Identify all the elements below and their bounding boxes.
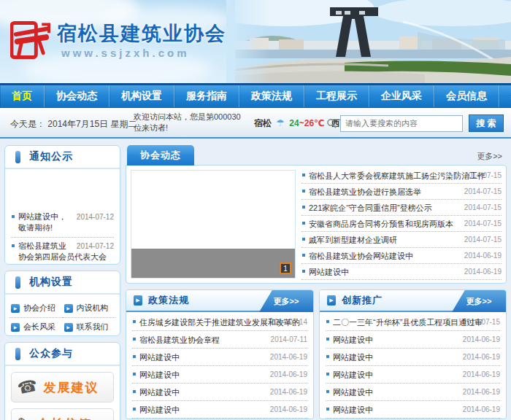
nav-item-service-guide[interactable]: 服务指南 (174, 85, 239, 107)
news-item[interactable]: 2014-06-19 宿松县建筑业协会网站建设中 (301, 248, 502, 264)
news-link[interactable]: 戚军到新型建材企业调研 (309, 236, 397, 244)
slideshow-page-indicator[interactable]: 1 (280, 262, 291, 274)
weather-city: 宿松 (254, 118, 272, 128)
notice-list: 2014-07-12 网站建设中，敬请期待! 2014-07-12 宿松县建筑业… (5, 169, 120, 262)
rain-weather-icon: ☂ (276, 117, 285, 128)
news-link[interactable]: 宿松县人大常委会视察建筑施工扬尘污染防治工作 (309, 171, 485, 180)
bullet-icon (326, 320, 329, 323)
news-date: 2014-07-15 (464, 187, 502, 197)
policy-item[interactable]: 2014-07-11 宿松县建筑业协会章程 (132, 331, 307, 349)
innovation-item[interactable]: 2014-06-19 网站建设中 (326, 331, 500, 349)
notice-item[interactable]: 2014-07-12 网站建设中，敬请期待! (11, 209, 114, 238)
policy-item[interactable]: 2014-06-19 网站建设中 (132, 384, 307, 401)
policy-link[interactable]: 网站建设中 (139, 353, 180, 362)
bullet-icon (12, 215, 15, 218)
notice-panel-header: 通知公示 (5, 146, 120, 169)
innovation-item[interactable]: 2014-06-19 网站建设中 (326, 349, 500, 366)
policy-item[interactable]: 2014-06-19 网站建设中 (132, 349, 307, 366)
org-link-president-profile[interactable]: ▶ 会长风采 (9, 318, 63, 336)
nav-item-projects[interactable]: 工程展示 (304, 85, 369, 107)
news-link[interactable]: 宿松县建筑业协会进行换届选举 (309, 187, 421, 196)
news-item[interactable]: 2014-07-15 221家皖企“守合同重信用”登榜公示 (301, 200, 502, 216)
policy-more-link[interactable]: 更多>> (259, 290, 313, 312)
policy-link[interactable]: 网站建设中 (139, 370, 180, 379)
news-link[interactable]: 安徽省商品房合同将分预售和现房两版本 (309, 219, 453, 228)
news-item[interactable]: 2014-07-15 戚军到新型建材企业调研 (301, 232, 502, 248)
bullet-icon (133, 390, 136, 393)
org-link-internal-departments[interactable]: ▶ 内设机构 (63, 299, 116, 318)
innovation-link[interactable]: 网站建设中 (333, 405, 373, 414)
notice-date: 2014-07-12 (77, 211, 114, 222)
development-suggestion-banner[interactable]: ☎ 发展建议 (11, 372, 114, 402)
nav-item-home[interactable]: 首页 (0, 85, 45, 107)
policy-date: 2014-06-19 (270, 387, 307, 397)
search-input[interactable] (340, 115, 463, 132)
news-item[interactable]: 2014-07-15 安徽省商品房合同将分预售和现房两版本 (301, 216, 502, 232)
org-link-association-intro[interactable]: ▶ 协会介绍 (9, 299, 63, 318)
president-mailbox-banner[interactable]: ✎ 会长信箱 (11, 408, 114, 420)
participation-banners: ☎ 发展建议 ✎ 会长信箱 (5, 366, 120, 420)
innovation-item[interactable]: 2014-06-19 网站建设中 (326, 384, 500, 401)
slideshow-caption-bar: 1 (131, 249, 295, 278)
innovation-more-link[interactable]: 更多>> (452, 290, 506, 312)
news-more-link[interactable]: 更多>> (477, 151, 502, 162)
bullet-icon (302, 174, 305, 176)
innovation-panel-title: 创新推广 (342, 294, 383, 307)
phone-icon: ☎ (16, 376, 39, 398)
search-icon (326, 118, 337, 128)
notice-link[interactable]: 网站建设中，敬请期待! (18, 212, 66, 232)
news-item[interactable]: 2014-06-19 网站建设中 (301, 264, 502, 280)
tab-association-news[interactable]: 协会动态 (127, 145, 194, 166)
innovation-link[interactable]: 网站建设中 (333, 353, 373, 362)
notice-item[interactable]: 2014-07-12 宿松县建筑业协会第四届会员代表大会暨换届选... (11, 238, 114, 262)
policy-link[interactable]: 住房城乡建设部关于推进建筑业发展和改革的 (139, 318, 300, 327)
innovation-link[interactable]: 二〇一三年“升华杯”县优质工程项目通过审 (333, 318, 483, 327)
bullet-icon (133, 373, 136, 376)
policy-item[interactable]: 2014-06-19 网站建设中 (132, 366, 307, 384)
policy-item[interactable]: 2014-06-19 网站建设中 (132, 401, 307, 419)
search-button[interactable]: 搜 索 (469, 114, 504, 132)
nav-item-association-news[interactable]: 协会动态 (45, 85, 110, 107)
header-photo (235, 0, 511, 83)
nav-item-enterprise[interactable]: 企业风采 (369, 85, 434, 107)
innovation-link[interactable]: 网站建设中 (333, 335, 373, 344)
nav-item-members[interactable]: 会员信息 (434, 85, 499, 107)
policy-link[interactable]: 网站建设中 (139, 388, 180, 397)
policy-link[interactable]: 网站建设中 (139, 405, 180, 414)
association-news-panel: 协会动态 更多>> 1 2014-07-15 宿松县人大常委会视察建筑施工扬尘污… (126, 145, 507, 284)
innovation-item[interactable]: 2014-06-19 网站建设中 (326, 401, 500, 419)
bullet-icon (326, 373, 329, 376)
org-link-label: 内设机构 (77, 303, 109, 314)
policy-link[interactable]: 宿松县建筑业协会章程 (139, 335, 220, 344)
news-link[interactable]: 221家皖企“守合同重信用”登榜公示 (309, 203, 432, 212)
news-image-slideshow[interactable]: 1 (131, 170, 296, 279)
policy-date: 2014-06-19 (270, 370, 307, 380)
innovation-link[interactable]: 网站建设中 (333, 388, 373, 397)
innovation-item[interactable]: 2014-07-15 二〇一三年“升华杯”县优质工程项目通过审 (326, 314, 500, 331)
news-link[interactable]: 网站建设中 (309, 268, 349, 276)
news-item[interactable]: 2014-07-15 宿松县建筑业协会进行换届选举 (301, 184, 502, 200)
news-date: 2014-07-15 (464, 219, 502, 229)
bullet-icon (326, 390, 329, 393)
association-seal-logo (10, 20, 50, 61)
innovation-item[interactable]: 2014-06-19 网站建设中 (326, 366, 500, 384)
public-participation-panel: 公众参与 ☎ 发展建议 ✎ 会长信箱 (4, 342, 120, 420)
org-link-label: 会长风采 (23, 322, 55, 332)
nav-item-organization[interactable]: 机构设置 (110, 85, 174, 107)
arrow-icon: ▶ (64, 323, 73, 332)
policy-panel: ▶ 政策法规 更多>> 2014-07-14 住房城乡建设部关于推进建筑业发展和… (126, 289, 314, 419)
info-bar: 今天是： 2014年7月15日 星期二 欢迎访问本站，您是第000030位来访者… (0, 108, 511, 139)
bullet-icon (302, 270, 305, 273)
news-link[interactable]: 宿松县建筑业协会网站建设中 (309, 252, 413, 260)
nav-item-policy[interactable]: 政策法规 (239, 85, 304, 107)
innovation-panel: ▶ 创新推广 更多>> 2014-07-15 二〇一三年“升华杯”县优质工程项目… (319, 289, 507, 419)
innovation-link[interactable]: 网站建设中 (333, 370, 373, 379)
notice-panel-title: 通知公示 (29, 150, 73, 163)
policy-item[interactable]: 2014-07-14 住房城乡建设部关于推进建筑业发展和改革的 (132, 314, 307, 331)
bullet-icon (133, 320, 136, 323)
news-item[interactable]: 2014-07-15 宿松县人大常委会视察建筑施工扬尘污染防治工作 (301, 168, 502, 184)
nav-item-contact[interactable]: 联系我们 (499, 85, 511, 107)
org-link-contact-us[interactable]: ▶ 联系我们 (63, 318, 116, 336)
innovation-date: 2014-06-19 (463, 405, 500, 415)
innovation-list: 2014-07-15 二〇一三年“升华杯”县优质工程项目通过审 2014-06-… (320, 312, 506, 419)
